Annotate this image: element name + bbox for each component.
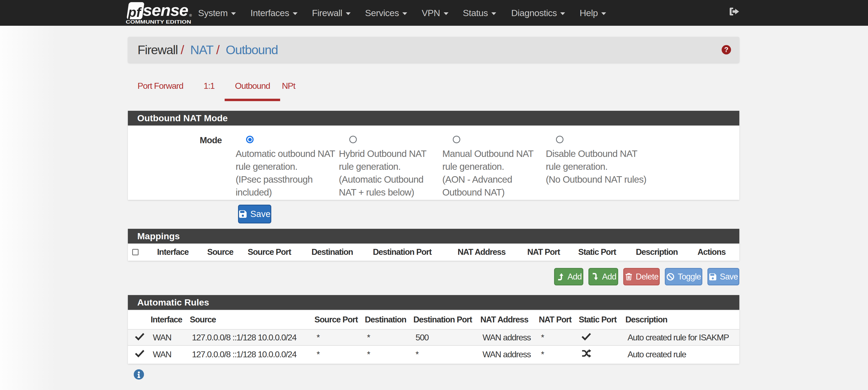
svg-text:pf: pf — [128, 5, 142, 20]
svg-text:COMMUNITY EDITION: COMMUNITY EDITION — [126, 19, 191, 25]
svg-text:sense: sense — [143, 1, 188, 19]
